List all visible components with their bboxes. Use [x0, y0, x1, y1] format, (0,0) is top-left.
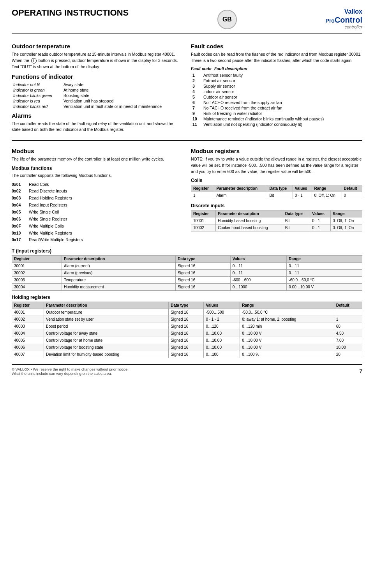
- fault-desc: No TACHO received from the supply air fa…: [202, 100, 362, 105]
- discrete-cell: Bit: [283, 224, 310, 231]
- holding-cell: 0…10.00: [204, 330, 240, 337]
- fault-row: 4Indoor air sensor: [191, 89, 362, 94]
- input-cell: Humidity measurement: [62, 284, 175, 291]
- indicator-desc: Ventilation unit has stopped: [62, 98, 183, 104]
- holding-col-header: Range: [240, 302, 334, 309]
- holding-row: 40006Control voltage for boosting stateS…: [12, 344, 362, 351]
- modbus-function-code: 0x04: [12, 202, 26, 209]
- input-col-header: Range: [287, 256, 362, 263]
- holding-cell: Signed 16: [169, 323, 204, 330]
- input-row: 30001Alarm (current)Signed 160…110…11: [12, 263, 362, 270]
- fault-code: 7: [191, 105, 202, 111]
- page: OPERATING INSTRUCTIONS GB Vallox ProCont…: [0, 0, 374, 588]
- holding-cell: Signed 16: [169, 309, 204, 316]
- logo-vallox: Vallox: [326, 8, 362, 15]
- holding-cell: Signed 16: [169, 344, 204, 351]
- input-cell: 0.00…10.00 V: [287, 284, 362, 291]
- right-column: Fault codes Fault codes can be read from…: [191, 40, 362, 135]
- holding-cell: 0…10.00 V: [240, 344, 334, 351]
- alarms-body: The controller reads the state of the fa…: [12, 121, 183, 133]
- modbus-function-item: 0x06Write Single Register: [12, 216, 183, 223]
- holding-cell: 60: [334, 323, 362, 330]
- holding-cell: -500…500: [204, 309, 240, 316]
- input-cell: 30002: [12, 270, 62, 277]
- holding-cell: 0…10.00 V: [240, 337, 334, 344]
- functions-title: Functions of indicator: [12, 73, 183, 80]
- fault-table: 1Antifrost sensor faulty2Extract air sen…: [191, 72, 362, 127]
- fault-row: 2Extract air sensor: [191, 78, 362, 83]
- modbus-function-item: 0x01Read Coils: [12, 181, 183, 188]
- holding-col-header: Register: [12, 302, 44, 309]
- fault-row: 10Maintenance reminder (indicator blinks…: [191, 116, 362, 122]
- fault-header: Fault code Fault description: [191, 66, 362, 71]
- holding-cell: 4.50: [334, 330, 362, 337]
- input-cell: 0…11: [230, 270, 287, 277]
- coils-title: Coils: [191, 178, 362, 183]
- fault-code: 2: [191, 78, 202, 83]
- holding-cell: -50.0…50.0 °C: [240, 309, 334, 316]
- section-divider: [12, 140, 362, 141]
- holding-cell: 0…120: [204, 323, 240, 330]
- indicator-label: Indicator not lit: [12, 82, 62, 87]
- modbus-function-code: 0x03: [12, 195, 26, 202]
- holding-col-header: Parameter description: [44, 302, 169, 309]
- discrete-cell: Humidity-based boosting: [216, 217, 283, 224]
- holding-cell: 0…10.00: [204, 344, 240, 351]
- fault-code: 4: [191, 89, 202, 94]
- logo-controller: controller: [326, 25, 362, 30]
- fault-desc: Supply air sensor: [202, 83, 362, 89]
- modbus-left: Modbus The life of the parameter memory …: [12, 145, 183, 244]
- input-cell: Alarm (current): [62, 263, 175, 270]
- coils-col-header: Register: [191, 185, 214, 192]
- discrete-col-header: Parameter description: [216, 210, 283, 217]
- coils-cell: 0: [342, 192, 362, 199]
- holding-cell: Control voltage for away state: [44, 330, 169, 337]
- holding-row: 40002Ventilation state set by userSigned…: [12, 316, 362, 323]
- fault-code: 1: [191, 72, 202, 78]
- fault-code: 10: [191, 116, 202, 122]
- input-row: 30002Alarm (previous)Signed 160…110…11: [12, 270, 362, 277]
- input-cell: 30001: [12, 263, 62, 270]
- holding-col-header: Default: [334, 302, 362, 309]
- holding-cell: 0…10.00: [204, 337, 240, 344]
- fault-desc: Maintenance reminder (indicator blinks c…: [202, 116, 362, 122]
- holding-col-header: Values: [204, 302, 240, 309]
- fault-desc: Antifrost sensor faulty: [202, 72, 362, 78]
- coils-col-header: Range: [312, 185, 342, 192]
- discrete-cell: 0: Off, 1: On: [331, 217, 362, 224]
- fault-code-header: Fault code: [191, 66, 214, 71]
- fault-row: 9Risk of freezing in water radiator: [191, 111, 362, 116]
- logo-procontrol: ProControl: [326, 15, 362, 25]
- holding-cell: Signed 16: [169, 316, 204, 323]
- gb-badge-container: GB: [217, 10, 237, 29]
- main-two-col: Outdoor temperature The controller reads…: [12, 40, 362, 135]
- discrete-col-header: Values: [310, 210, 331, 217]
- modbus-function-item: 0x02Read Discrete Inputs: [12, 188, 183, 195]
- modbus-function-code: 0x05: [12, 209, 26, 216]
- holding-cell: 40004: [12, 330, 44, 337]
- info-icon: i: [31, 58, 37, 64]
- modbus-functions-list: 0x01Read Coils0x02Read Discrete Inputs0x…: [12, 181, 183, 244]
- modbus-function-desc: Read Input Registers: [29, 202, 67, 209]
- modbus-title: Modbus: [12, 148, 183, 154]
- input-cell: Temperature: [62, 277, 175, 284]
- modbus-function-desc: Write Multiple Registers: [29, 230, 72, 237]
- page-title: OPERATING INSTRUCTIONS: [12, 8, 129, 18]
- discrete-cell: Cooker hood-based boosting: [216, 224, 283, 231]
- fault-codes-intro: Fault codes can be read from the flashes…: [191, 51, 362, 64]
- holding-cell: 40005: [12, 337, 44, 344]
- input-cell: 30003: [12, 277, 62, 284]
- indicator-label: Indicator blinks green: [12, 93, 62, 98]
- fault-codes-title: Fault codes: [191, 43, 362, 49]
- holding-registers-title: Holding registers: [12, 295, 362, 300]
- modbus-function-code: 0x02: [12, 188, 26, 195]
- fault-desc: Risk of freezing in water radiator: [202, 111, 362, 116]
- holding-registers-table: RegisterParameter descriptionData typeVa…: [12, 302, 362, 358]
- indicator-desc: Ventilation unit in fault state or in ne…: [62, 104, 183, 109]
- holding-cell: 40001: [12, 309, 44, 316]
- fault-row: 11Ventilation unit not operating (indica…: [191, 122, 362, 127]
- holding-cell: 0: away 1: at home, 2: boosting: [240, 316, 334, 323]
- discrete-col-header: Data type: [283, 210, 310, 217]
- outdoor-temp-title: Outdoor temperature: [12, 43, 183, 49]
- modbus-body: The life of the parameter memory of the …: [12, 156, 183, 162]
